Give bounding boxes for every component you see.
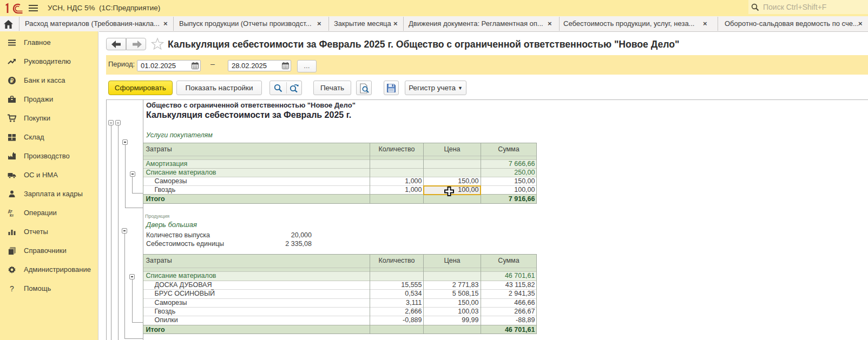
- svg-text:Кт: Кт: [10, 214, 14, 217]
- svg-text:?: ?: [10, 284, 14, 293]
- svg-text:₽: ₽: [10, 78, 14, 84]
